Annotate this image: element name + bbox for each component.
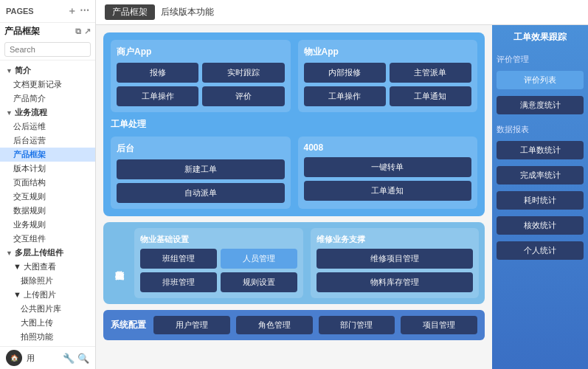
- repair-support-title: 维修业务支撑: [317, 234, 474, 245]
- sidebar-title: 产品框架: [4, 25, 40, 38]
- right-section-label-2: 数据报表: [497, 124, 584, 135]
- sidebar-item-big-image[interactable]: ▼ 大图查看: [0, 260, 95, 274]
- main-canvas: 商户App 报修 实时跟踪 工单操作 评价 物业App 内部报修: [96, 25, 588, 369]
- merchant-workorder-btn[interactable]: 工单操作: [117, 86, 198, 106]
- sidebar-expand-icon[interactable]: ↗: [84, 27, 91, 36]
- sidebar-item-product-intro[interactable]: 产品简介: [0, 92, 95, 106]
- property-app-title: 物业App: [304, 46, 472, 58]
- four008-buttons: 一键转单 工单通知: [304, 157, 472, 201]
- efficiency-stats-btn[interactable]: 核效统计: [497, 216, 584, 235]
- sidebar-item-label: 简介: [15, 65, 31, 76]
- main-content: 产品框架 后续版本功能 商户App 报修 实时跟踪 工单操作 评价: [96, 0, 588, 369]
- right-panel: 工单效果跟踪 评价管理 评价列表 满意度统计 数据报表 工单数统计 完成率统计 …: [492, 25, 588, 369]
- four008-title: 4008: [304, 142, 472, 153]
- sidebar-item-data-rules[interactable]: 数据规则: [0, 204, 95, 218]
- four008-section: 4008 一键转单 工单通知: [298, 137, 478, 209]
- role-manage-btn[interactable]: 角色管理: [236, 316, 313, 334]
- sidebar-item-interaction-comp[interactable]: 交互组件: [0, 232, 95, 246]
- canvas-area: 商户App 报修 实时跟踪 工单操作 评价 物业App 内部报修: [96, 25, 492, 369]
- four008-notify-btn[interactable]: 工单通知: [304, 181, 472, 201]
- sidebar-item-page-structure[interactable]: 页面结构: [0, 176, 95, 190]
- merchant-app-title: 商户App: [117, 46, 285, 58]
- page-subtitle: 后续版本功能: [161, 6, 214, 18]
- property-settings-section: 物业基础设置 班组管理 人员管理 排班管理 规则设置: [134, 228, 303, 298]
- sidebar-item-product-arch[interactable]: 产品框架: [0, 148, 95, 162]
- repair-support-buttons: 维修项目管理 物料库存管理: [317, 249, 474, 292]
- sidebar-item-gongyou[interactable]: 公后运维: [0, 120, 95, 134]
- material-inventory-btn[interactable]: 物料库存管理: [317, 272, 474, 292]
- sidebar-section-multilayer[interactable]: ▼ 多层上传组件: [0, 246, 95, 260]
- sidebar-item-upload-image[interactable]: ▼ 上传图片: [0, 288, 95, 302]
- personnel-manage-btn[interactable]: 人员管理: [221, 249, 297, 269]
- property-internal-repair-btn[interactable]: 内部报修: [304, 63, 386, 83]
- user-manage-btn[interactable]: 用户管理: [153, 316, 230, 334]
- merchant-app-buttons: 报修 实时跟踪 工单操作 评价: [117, 63, 285, 106]
- app-row: 商户App 报修 实时跟踪 工单操作 评价 物业App 内部报修: [111, 40, 477, 112]
- property-workorder-op-btn[interactable]: 工单操作: [304, 86, 386, 106]
- completion-rate-btn[interactable]: 完成率统计: [497, 166, 584, 184]
- rules-settings-btn[interactable]: 规则设置: [221, 272, 297, 292]
- right-section-label-1: 评价管理: [497, 54, 584, 65]
- backend-auto-assign-btn[interactable]: 自动派单: [117, 183, 285, 203]
- capability-row: 物业基础设置 班组管理 人员管理 排班管理 规则设置 维修业务支撑: [134, 228, 479, 298]
- sidebar-item-label: 业务流程: [15, 107, 47, 118]
- merchant-app-section: 商户App 报修 实时跟踪 工单操作 评价: [111, 40, 291, 112]
- repair-support-section: 维修业务支撑 维修项目管理 物料库存管理: [311, 228, 480, 298]
- backend-new-workorder-btn[interactable]: 新建工单: [117, 159, 285, 179]
- merchant-realtime-btn[interactable]: 实时跟踪: [202, 63, 284, 83]
- repair-project-btn[interactable]: 维修项目管理: [317, 249, 474, 269]
- property-app-section: 物业App 内部报修 主管派单 工单操作 工单通知: [298, 40, 478, 112]
- settings-icon[interactable]: 🔧: [63, 353, 75, 364]
- sidebar-item-biz-rules[interactable]: 业务规则: [0, 218, 95, 232]
- sidebar-add-icon[interactable]: ＋: [67, 4, 77, 18]
- work-order-section: 商户App 报修 实时跟踪 工单操作 评价 物业App 内部报修: [103, 32, 485, 216]
- backend-row: 后台 新建工单 自动派单 4008 一键转单 工单通知: [111, 137, 477, 209]
- sidebar-copy-icon[interactable]: ⧉: [75, 27, 81, 36]
- basic-capability-label: 基础能力: [108, 228, 130, 298]
- satisfaction-stats-btn[interactable]: 满意度统计: [497, 96, 584, 114]
- property-settings-buttons: 班组管理 人员管理 排班管理 规则设置: [140, 249, 297, 292]
- dept-manage-btn[interactable]: 部门管理: [319, 316, 395, 334]
- four008-transfer-btn[interactable]: 一键转单: [304, 157, 472, 177]
- sys-config-buttons: 用户管理 角色管理 部门管理 项目管理: [153, 316, 477, 334]
- property-app-buttons: 内部报修 主管派单 工单操作 工单通知: [304, 63, 472, 106]
- sidebar-item-changelog[interactable]: 文档更新记录: [0, 77, 95, 92]
- property-workorder-notify-btn[interactable]: 工单通知: [390, 86, 471, 106]
- sidebar-item-label: 多层上传组件: [15, 247, 63, 258]
- work-order-processing-label: 工单处理: [111, 117, 477, 132]
- sidebar-item-backend-ops[interactable]: 后台运营: [0, 134, 95, 148]
- sidebar-item-photo-func[interactable]: 拍照功能: [0, 330, 95, 344]
- sidebar-section-workflow[interactable]: ▼ 业务流程: [0, 106, 95, 120]
- project-manage-btn[interactable]: 项目管理: [401, 316, 477, 334]
- sidebar-item-big-upload[interactable]: 大图上传: [0, 316, 95, 330]
- sidebar-tree: ▼ 简介 文档更新记录 产品简介 ▼ 业务流程 公后运维 后台运营 产品框架 版…: [0, 61, 95, 346]
- sidebar-header: PAGES ＋ ⋯: [0, 0, 95, 23]
- backend-section: 后台 新建工单 自动派单: [111, 137, 291, 209]
- search-icon[interactable]: 🔍: [77, 353, 89, 364]
- merchant-evaluate-btn[interactable]: 评价: [202, 86, 284, 106]
- sys-config-label: 系统配置: [111, 319, 148, 331]
- main-header: 产品框架 后续版本功能: [96, 0, 588, 25]
- sidebar-item-delete-photo[interactable]: 摄除照片: [0, 274, 95, 288]
- schedule-manage-btn[interactable]: 排班管理: [140, 272, 217, 292]
- search-input[interactable]: [4, 42, 91, 57]
- property-manager-assign-btn[interactable]: 主管派单: [390, 63, 471, 83]
- basic-capability-container: 基础能力 物业基础设置 班组管理 人员管理 排班管理 规则设置: [103, 222, 485, 304]
- sidebar-item-interaction-rules[interactable]: 交互规则: [0, 190, 95, 204]
- sys-config-bar: 系统配置 用户管理 角色管理 部门管理 项目管理: [103, 310, 485, 340]
- time-stats-btn[interactable]: 耗时统计: [497, 191, 584, 210]
- evaluate-list-btn[interactable]: 评价列表: [497, 71, 584, 89]
- sidebar-section-intro[interactable]: ▼ 简介: [0, 63, 95, 77]
- merchant-repair-btn[interactable]: 报修: [117, 63, 198, 83]
- property-settings-title: 物业基础设置: [140, 234, 297, 245]
- sidebar: PAGES ＋ ⋯ 产品框架 ⧉ ↗ ▼ 简介 文档更新记录 产品简介 ▼ 业务…: [0, 0, 96, 369]
- sidebar-search-area: [0, 39, 95, 61]
- personal-stats-btn[interactable]: 个人统计: [497, 241, 584, 260]
- right-panel-title: 工单效果跟踪: [497, 31, 584, 44]
- avatar: 🏠: [6, 350, 22, 366]
- sidebar-item-public-library[interactable]: 公共图片库: [0, 302, 95, 316]
- sidebar-more-icon[interactable]: ⋯: [80, 4, 89, 18]
- sidebar-item-version-plan[interactable]: 版本计划: [0, 162, 95, 176]
- workorder-count-btn[interactable]: 工单数统计: [497, 141, 584, 159]
- team-manage-btn[interactable]: 班组管理: [140, 249, 217, 269]
